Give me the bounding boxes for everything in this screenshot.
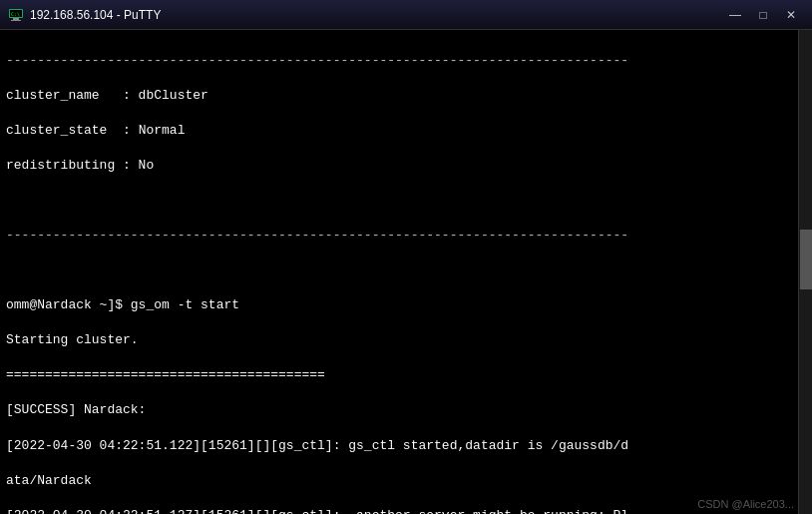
gs-ctl-log-1: [2022-04-30 04:22:51.122][15261][][gs_ct… [6, 437, 806, 455]
terminal-output: ----------------------------------------… [6, 34, 806, 514]
success-line: [SUCCESS] Nardack: [6, 401, 806, 419]
minimize-button[interactable]: — [722, 5, 748, 25]
terminal-window[interactable]: ----------------------------------------… [0, 30, 812, 514]
redistributing-line: redistributing : No [6, 157, 806, 175]
svg-rect-2 [13, 18, 19, 20]
starting-cluster: Starting cluster. [6, 331, 806, 349]
separator-line-2: ----------------------------------------… [6, 227, 806, 245]
watermark: CSDN @Alice203... [697, 498, 794, 510]
title-bar: C:\ 192.168.56.104 - PuTTY — □ ✕ [0, 0, 812, 30]
window-title: 192.168.56.104 - PuTTY [30, 8, 161, 22]
separator-line-1: ----------------------------------------… [6, 52, 806, 70]
command-gs-om: omm@Nardack ~]$ gs_om -t start [6, 296, 806, 314]
gs-ctl-log-2: [2022-04-30 04:22:51.127][15261][][gs_ct… [6, 507, 806, 514]
putty-icon: C:\ [8, 7, 24, 23]
svg-text:C:\: C:\ [11, 11, 20, 17]
svg-rect-3 [11, 20, 21, 21]
maximize-button[interactable]: □ [750, 5, 776, 25]
window-controls: — □ ✕ [722, 5, 804, 25]
close-button[interactable]: ✕ [778, 5, 804, 25]
cluster-name-line: cluster_name : dbCluster [6, 87, 806, 105]
separator-equals-1: ========================================… [6, 366, 806, 384]
cluster-state-line: cluster_state : Normal [6, 122, 806, 140]
gs-ctl-log-1b: ata/Nardack [6, 472, 806, 490]
title-bar-left: C:\ 192.168.56.104 - PuTTY [8, 7, 161, 23]
scrollbar-thumb[interactable] [800, 230, 812, 289]
scrollbar[interactable] [798, 30, 812, 514]
